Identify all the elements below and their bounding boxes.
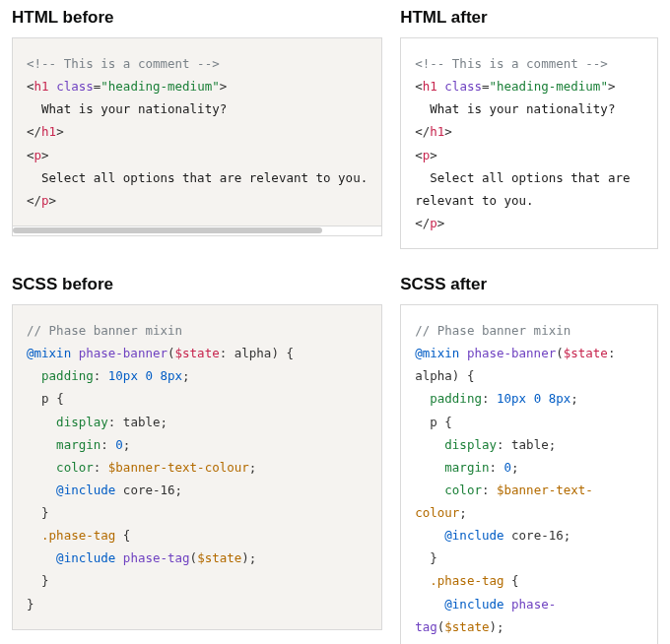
codebox-html-after: <!-- This is a comment --> <h1 class="he… [400, 37, 658, 249]
heading-scss-before: SCSS before [12, 275, 382, 294]
codebox-scss-after: // Phase banner mixin @mixin phase-banne… [400, 304, 658, 644]
scrollbar-thumb[interactable] [13, 227, 322, 233]
codebox-html-before: <!-- This is a comment --> <h1 class="he… [12, 37, 382, 226]
heading-scss-after: SCSS after [400, 275, 658, 294]
horizontal-scrollbar[interactable] [12, 226, 382, 236]
codebox-scss-before: // Phase banner mixin @mixin phase-banne… [12, 304, 382, 630]
heading-html-after: HTML after [400, 8, 658, 28]
heading-html-before: HTML before [12, 8, 382, 28]
